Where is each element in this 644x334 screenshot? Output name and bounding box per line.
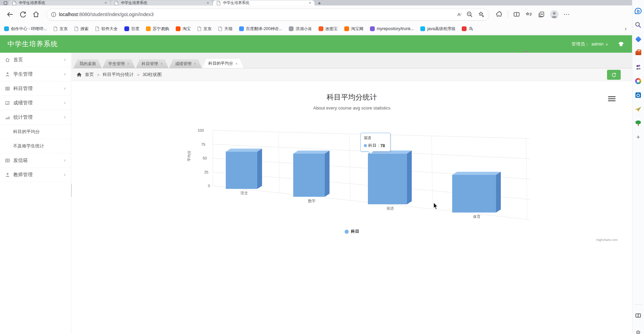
home-icon[interactable] — [29, 8, 42, 21]
site-info-icon[interactable] — [51, 12, 56, 17]
admin-label: 管理员： — [571, 41, 589, 47]
bookmark-item[interactable]: 洪湖小肖 — [289, 26, 312, 32]
tab-close-icon[interactable]: × — [235, 62, 237, 66]
split-screen-icon[interactable] — [634, 311, 642, 320]
theme-shirt-icon[interactable] — [618, 41, 624, 47]
brand-favicon-icon — [370, 26, 375, 31]
zoom-out-icon[interactable] — [466, 11, 473, 18]
bookmarks-bar: 创作中心 - 哔哩哔...京东搜索软件大全百度苏宁易购淘宝京东天猫百度翻译-20… — [0, 23, 632, 35]
refresh-icon[interactable] — [16, 8, 29, 21]
split-screen-icon[interactable] — [513, 11, 520, 18]
bookmark-item[interactable]: 软件大全 — [95, 26, 118, 32]
profile-avatar[interactable] — [550, 10, 559, 19]
bookmark-item[interactable]: 鸟 — [462, 26, 473, 32]
breadcrumb-item-section[interactable]: 科目平均分统计 — [103, 72, 134, 78]
browser-tab[interactable]: 中学生培养系统× — [213, 0, 314, 5]
bookmark-item[interactable]: 改图宝 — [319, 26, 338, 32]
tab-close-icon[interactable]: × — [309, 1, 311, 5]
bookmark-item[interactable]: java高级程序猿 — [420, 26, 455, 32]
games-icon[interactable] — [634, 63, 642, 71]
bar3d-英语[interactable] — [368, 151, 412, 204]
workspace-tab-courses[interactable]: 科目管理× — [136, 59, 168, 68]
chart-legend[interactable]: 科目 — [72, 229, 632, 234]
table-icon — [5, 86, 10, 91]
bar3d-数学[interactable] — [293, 151, 330, 197]
tab-close-icon[interactable]: × — [207, 1, 209, 5]
browser-window: 中学生培养系统×中学生培养系统×中学生培养系统× + localhost:808… — [0, 0, 644, 334]
extensions-icon[interactable] — [495, 11, 503, 18]
bookmark-item[interactable]: myrepository/trunk... — [370, 26, 414, 31]
bookmark-item[interactable]: 京东 — [53, 26, 68, 32]
bookmark-item[interactable]: 百度 — [124, 26, 139, 32]
tab-actions-icon[interactable] — [2, 1, 9, 5]
address-bar[interactable]: localhost:8080/student/index/goLogin/ind… — [47, 9, 489, 21]
sidebar-item-scores[interactable]: 成绩管理∨ — [0, 96, 71, 110]
sidebar-item-students[interactable]: 学生管理∨ — [0, 67, 71, 81]
bookmark-label: java高级程序猿 — [427, 26, 455, 32]
edge-sidebar-divider — [634, 304, 642, 305]
url-text[interactable]: localhost:8080/student/index/goLogin/ind… — [59, 12, 455, 17]
settings-more-icon[interactable]: ⋯ — [564, 11, 570, 18]
bar3d-体育[interactable] — [452, 172, 501, 213]
breadcrumb-item-home[interactable]: 首页 — [85, 72, 94, 78]
workspace-tab-avg-score[interactable]: 科目的平均分× — [202, 59, 243, 68]
browser-tab[interactable]: 中学生培养系统× — [111, 0, 212, 5]
page-refresh-button[interactable] — [607, 70, 621, 80]
bookmark-item[interactable]: 创作中心 - 哔哩哔... — [4, 26, 47, 32]
brand-favicon-icon — [319, 26, 323, 31]
workspace-tab-scores[interactable]: 成绩管理× — [169, 59, 202, 68]
bookmark-item[interactable]: 淘宝 — [176, 26, 191, 32]
bookmarks-overflow-icon[interactable]: › — [625, 26, 628, 32]
tab-close-icon[interactable]: × — [105, 1, 107, 5]
read-aloud-icon[interactable]: A⁾ — [457, 12, 461, 17]
search-icon[interactable] — [634, 21, 642, 29]
bookmark-item[interactable]: 淘宝网 — [344, 26, 363, 32]
sidebar-subitem-failing-students[interactable]: 不及格学生统计 — [0, 139, 71, 153]
bookmark-item[interactable]: 苏宁易购 — [146, 26, 169, 32]
legend-dot-icon — [345, 230, 349, 234]
settings-icon[interactable]: ⚙ — [634, 328, 642, 334]
drop-icon[interactable] — [634, 105, 642, 113]
bookmark-label: 软件大全 — [101, 26, 118, 32]
tab-close-icon[interactable]: × — [160, 62, 162, 66]
bar3d-语文[interactable] — [226, 149, 262, 189]
add-favorite-icon[interactable] — [478, 11, 485, 18]
new-tab-button[interactable]: + — [318, 1, 321, 5]
admin-menu[interactable]: 管理员： admin ∨ — [571, 41, 624, 47]
bar-top-face — [452, 172, 501, 175]
back-icon[interactable] — [3, 8, 16, 21]
site-title: 中学生培养系统 — [8, 39, 58, 49]
breadcrumb-item-page[interactable]: 3D柱状图 — [143, 72, 162, 78]
toolbox-icon[interactable] — [634, 49, 642, 57]
browser-tab[interactable]: 中学生培养系统× — [9, 0, 110, 5]
add-icon[interactable]: + — [634, 133, 642, 141]
tab-close-icon[interactable]: × — [127, 62, 129, 66]
outlook-icon[interactable] — [634, 91, 642, 99]
bookmark-item[interactable]: 京东 — [197, 26, 212, 32]
tree-icon[interactable] — [634, 119, 642, 127]
breadcrumb-bar: 首页 > 科目平均分统计 > 3D柱状图 — [72, 68, 632, 81]
sidebar-item-home[interactable]: 首页∨ — [0, 53, 71, 67]
chart-credits[interactable]: Highcharts.com — [596, 238, 618, 242]
toolbar-divider — [508, 11, 508, 18]
sidebar-item-teachers[interactable]: 教师管理∨ — [0, 168, 71, 182]
sidebar-subitem-avg-score[interactable]: 科目的平均分 — [0, 125, 71, 139]
bookmark-label: myrepository/trunk... — [377, 26, 414, 31]
sidebar-item-outbox[interactable]: 发信箱∨ — [0, 153, 71, 168]
collections-icon[interactable] — [537, 11, 545, 18]
bookmark-item[interactable]: 天猫 — [218, 26, 233, 32]
workspace-tab-desktop[interactable]: 我的桌面 — [74, 59, 102, 68]
mouse-cursor — [433, 203, 438, 210]
sidebar-item-stats[interactable]: 统计管理∧ — [0, 110, 71, 125]
url-path: :8080/student/index/goLogin/index3 — [78, 12, 153, 17]
tab-close-icon[interactable]: × — [194, 62, 196, 66]
m365-icon[interactable] — [634, 77, 642, 85]
copilot-icon[interactable]: b — [634, 7, 642, 15]
series-dot-icon — [364, 144, 367, 147]
bookmark-item[interactable]: 搜索 — [74, 26, 89, 32]
favorites-icon[interactable] — [525, 11, 533, 18]
sidebar-item-courses[interactable]: 科目管理∨ — [0, 81, 71, 96]
shopping-icon[interactable] — [634, 35, 642, 43]
bookmark-item[interactable]: 百度翻译-200种语... — [239, 26, 282, 32]
workspace-tab-students[interactable]: 学生管理× — [102, 59, 135, 68]
